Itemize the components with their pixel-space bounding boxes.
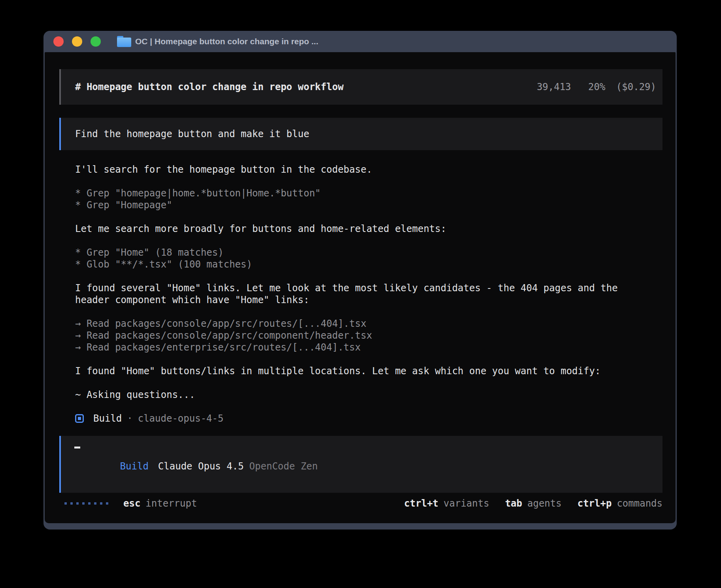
token-count: 39,413	[537, 81, 571, 92]
tool-call-line: * Grep "Homepage"	[75, 199, 652, 211]
tool-call-line: * Glob "**/*.tsx" (100 matches)	[75, 258, 652, 270]
assistant-text-line: I found "Home" buttons/links in multiple…	[75, 365, 652, 377]
tool-call-line: * Grep "homepage|home.*button|Home.*butt…	[75, 187, 652, 199]
user-message-block: Find the homepage button and make it blu…	[59, 118, 662, 150]
assistant-text-group: I'll search for the homepage button in t…	[75, 164, 652, 175]
session-title: # Homepage button color change in repo w…	[75, 81, 344, 93]
spinner-dot	[88, 502, 91, 505]
build-square-icon	[75, 414, 84, 423]
prompt-input[interactable]: BuildClaude Opus 4.5OpenCode Zen	[59, 436, 662, 493]
assistant-text-group: I found several "Home" links. Let me loo…	[75, 282, 652, 306]
user-message-text: Find the homepage button and make it blu…	[75, 128, 309, 140]
app-window: OC | Homepage button color change in rep…	[43, 31, 677, 530]
assistant-transcript: I'll search for the homepage button in t…	[75, 164, 652, 401]
status-bar-left: esc interrupt	[59, 498, 197, 509]
traffic-lights	[53, 36, 101, 47]
assistant-text-group: I found "Home" buttons/links in multiple…	[75, 365, 652, 377]
shortcut-label: agents	[527, 498, 562, 509]
shortcut-key: tab	[505, 498, 522, 509]
input-provider-label: OpenCode Zen	[249, 461, 318, 472]
tool-call-group: → Read packages/console/app/src/routes/[…	[75, 318, 652, 353]
spinner-dot	[94, 502, 96, 505]
zoom-button[interactable]	[91, 36, 101, 47]
session-stats: 39,413 20% ($0.29)	[537, 81, 656, 93]
spinner-dot	[76, 502, 79, 505]
folder-icon	[117, 36, 131, 47]
spinner-dot	[82, 502, 85, 505]
esc-key-label: interrupt	[145, 498, 197, 509]
input-meta-row: BuildClaude Opus 4.5OpenCode Zen	[74, 449, 662, 484]
shortcut-hint: ctrl+tvariants	[404, 498, 489, 509]
input-mode-label: Build	[120, 461, 149, 472]
spinner-dots-icon	[64, 502, 108, 505]
session-cost: ($0.29)	[616, 81, 656, 92]
status-bar: esc interrupt ctrl+tvariantstabagentsctr…	[59, 498, 662, 509]
assistant-text-group: ~ Asking questions...	[75, 389, 652, 401]
shortcut-label: commands	[617, 498, 662, 509]
shortcut-key: ctrl+p	[578, 498, 612, 509]
esc-key-hint: esc	[123, 498, 140, 509]
window-title: OC | Homepage button color change in rep…	[135, 37, 318, 46]
spinner-dot	[70, 502, 73, 505]
agent-name: Build	[93, 413, 122, 424]
tool-call-line: → Read packages/console/app/src/componen…	[75, 330, 652, 341]
shortcut-hint: ctrl+pcommands	[578, 498, 662, 509]
spinner-dot	[106, 502, 108, 505]
agent-status-row: Build · claude-opus-4-5	[75, 413, 676, 424]
assistant-text-line: ~ Asking questions...	[75, 389, 652, 401]
assistant-text-group: Let me search more broadly for buttons a…	[75, 223, 652, 235]
spinner-dot	[100, 502, 102, 505]
session-header: # Homepage button color change in repo w…	[59, 69, 662, 105]
window-titlebar[interactable]: OC | Homepage button color change in rep…	[45, 31, 676, 52]
tool-call-line: → Read packages/enterprise/src/routes/[.…	[75, 341, 652, 353]
context-percentage: 20%	[588, 81, 605, 92]
shortcut-key: ctrl+t	[404, 498, 438, 509]
assistant-text-line: I'll search for the homepage button in t…	[75, 164, 652, 175]
shortcut-label: variants	[444, 498, 489, 509]
status-bar-shortcuts: ctrl+tvariantstabagentsctrl+pcommands	[404, 498, 662, 509]
close-button[interactable]	[53, 36, 64, 47]
spinner-dot	[64, 502, 67, 505]
assistant-text-line: header component which have "Home" links…	[75, 294, 652, 306]
minimize-button[interactable]	[72, 36, 82, 47]
shortcut-hint: tabagents	[505, 498, 562, 509]
agent-model: claude-opus-4-5	[138, 413, 224, 424]
tool-call-line: * Grep "Home" (18 matches)	[75, 247, 652, 258]
tool-call-group: * Grep "homepage|home.*button|Home.*butt…	[75, 187, 652, 211]
input-model-label: Claude Opus 4.5	[158, 461, 244, 472]
tool-call-line: → Read packages/console/app/src/routes/[…	[75, 318, 652, 330]
terminal-view: # Homepage button color change in repo w…	[45, 52, 676, 523]
assistant-text-line: Let me search more broadly for buttons a…	[75, 223, 652, 235]
agent-separator: ·	[127, 413, 132, 424]
assistant-text-line: I found several "Home" links. Let me loo…	[75, 282, 652, 294]
tool-call-group: * Grep "Home" (18 matches)* Glob "**/*.t…	[75, 247, 652, 270]
